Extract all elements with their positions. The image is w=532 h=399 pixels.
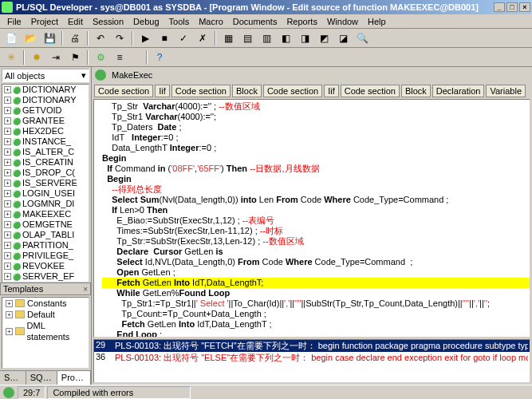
compile-icon[interactable]: ⚙ <box>92 49 109 65</box>
code-line[interactable]: Open GetLen ; <box>102 267 530 278</box>
tree-item[interactable]: +MAKEEXEC <box>2 209 89 219</box>
menu-tools[interactable]: Tools <box>165 16 194 27</box>
save-icon[interactable]: 💾 <box>41 30 58 46</box>
code-line[interactable]: IdT Integer:=0 ; <box>102 132 530 143</box>
code-line[interactable]: Fetch GetLen Into IdT,Data_LengthT; <box>102 278 530 288</box>
minimize-button[interactable]: _ <box>494 2 505 12</box>
code-line[interactable]: Tp_Str:=SubStr(ExecStr,13,Len-12) ; --数值… <box>102 236 530 247</box>
maximize-button[interactable]: □ <box>506 2 518 12</box>
code-line[interactable]: Select Id,NVL(Data_Length,0) From Code W… <box>102 257 530 267</box>
menu-reports[interactable]: Reports <box>282 16 321 27</box>
tree-item[interactable]: +GETVOID <box>2 105 89 116</box>
code-line[interactable]: --得到总长度 <box>102 184 530 195</box>
code-line[interactable]: Select Sum(Nvl(Data_length,0)) into Len … <box>102 195 530 205</box>
close-button[interactable]: × <box>519 2 530 12</box>
section-button[interactable]: Variable <box>486 85 526 97</box>
tree-item[interactable]: +REVOKEE <box>2 261 89 271</box>
find-icon[interactable]: 🔍 <box>353 30 371 46</box>
code-line[interactable]: Tp_Daters Date ; <box>102 122 530 132</box>
menu-help[interactable]: Help <box>364 16 390 27</box>
bookmark-icon[interactable]: ⚑ <box>66 49 84 65</box>
menu-window[interactable]: Window <box>323 16 362 27</box>
code-line[interactable]: If Len>0 Then <box>102 205 530 215</box>
stop-icon[interactable]: ■ <box>156 30 173 46</box>
explain-icon[interactable]: ◧ <box>277 30 294 46</box>
code-line[interactable]: Tp_Count:=Tp_Count+Data_Length ; <box>102 309 530 319</box>
tree-item[interactable]: +SERVER_EF <box>2 271 89 282</box>
error-list[interactable]: 29 PLS-00103: 出现符号 "FETCH"在需要下列之一时： begi… <box>93 339 530 383</box>
tree-item[interactable]: +INSTANCE_ <box>2 136 89 147</box>
new-icon[interactable]: 📄 <box>2 30 20 46</box>
commit-icon[interactable]: ✓ <box>175 30 192 46</box>
tree-item[interactable]: +LOGIN_USEI <box>2 188 89 199</box>
section-button[interactable]: Block <box>232 85 262 97</box>
code-line[interactable]: Tp_Str1 Varchar(4000):=''; <box>102 112 530 122</box>
section-button[interactable]: Code section <box>263 85 322 97</box>
breakpoint-icon[interactable]: ✸ <box>28 49 45 65</box>
window-tab[interactable]: Program Window - Edit so... <box>57 371 91 385</box>
code-line[interactable]: End Loop ; <box>102 330 530 338</box>
tree-item[interactable]: +OEMGETNE <box>2 219 89 230</box>
menu-edit[interactable]: Edit <box>64 16 87 27</box>
tree-item[interactable]: +LOGMNR_DI <box>2 199 89 209</box>
template-item[interactable]: +DML statements <box>2 320 89 342</box>
code-line[interactable]: Tp_Str Varchar(4000):='' ; --数值区域 <box>102 101 530 112</box>
templates-tree[interactable]: +Constants+Default+DML statements <box>2 297 89 369</box>
code-line[interactable]: Data_LengthT Integer:=0 ; <box>102 143 530 153</box>
tree-item[interactable]: +PRIVILEGE_ <box>2 251 89 261</box>
gear-icon[interactable]: ✳ <box>2 49 20 65</box>
menu-file[interactable]: File <box>3 16 26 27</box>
tree-item[interactable]: +PARTITION_ <box>2 240 89 251</box>
tool2-icon[interactable]: ◩ <box>315 30 333 46</box>
code-line[interactable]: Fetch GetLen Into IdT,Data_LengthT ; <box>102 319 530 330</box>
help-icon[interactable]: ? <box>151 49 168 65</box>
tool3-icon[interactable]: ◪ <box>334 30 352 46</box>
code-line[interactable]: E_Biao:=SubStr(ExecStr,1,12) ; --表编号 <box>102 215 530 226</box>
redo-icon[interactable]: ↷ <box>111 30 128 46</box>
tree-item[interactable]: +DICTIONARY <box>2 95 89 105</box>
sql-window-icon[interactable]: ▦ <box>219 30 237 46</box>
code-line[interactable]: While GetLen%Found Loop <box>102 288 530 298</box>
code-line[interactable]: Begin <box>102 153 530 164</box>
tree-item[interactable]: +HEX2DEC <box>2 126 89 136</box>
step-icon[interactable]: ⇥ <box>47 49 65 65</box>
print-icon[interactable]: 🖨 <box>66 30 84 46</box>
report-window-icon[interactable]: ▤ <box>238 30 256 46</box>
menu-macro[interactable]: Macro <box>195 16 227 27</box>
menu-documents[interactable]: Documents <box>229 16 282 27</box>
code-line[interactable]: Declare Cursor GetLen is <box>102 247 530 257</box>
error-row[interactable]: 36PLS-00103: 出现符号 "ELSE"在需要下列之一时： begin … <box>94 352 530 364</box>
section-button[interactable]: Code section <box>171 85 231 97</box>
code-line[interactable]: Begin <box>102 174 530 184</box>
template-item[interactable]: +Default <box>2 309 89 320</box>
menu-session[interactable]: Session <box>89 16 128 27</box>
tree-item[interactable]: +IS_SERVERE <box>2 178 89 188</box>
tool-icon[interactable]: ◨ <box>296 30 313 46</box>
object-tree[interactable]: +DICTIONARY+DICTIONARY+GETVOID+GRANTEE+H… <box>2 84 89 282</box>
code-line[interactable]: Tp_Str1:=Tp_Str1||' Select '||To_Char(Id… <box>102 298 530 309</box>
tree-item[interactable]: +GRANTEE <box>2 116 89 126</box>
tree-item[interactable]: +OLAP_TABLI <box>2 230 89 240</box>
menu-project[interactable]: Project <box>27 16 62 27</box>
code-line[interactable]: Times:=SubStr(ExecStr,Len-11,12) ; --时标 <box>102 226 530 236</box>
tree-item[interactable]: +IS_CREATIN <box>2 157 89 168</box>
object-filter-dropdown[interactable]: All objects <box>2 69 89 82</box>
window-tab[interactable]: SQL Window - makeexec <box>26 371 57 385</box>
section-button[interactable]: Code section <box>94 85 153 97</box>
section-button[interactable]: Iif <box>155 85 170 97</box>
code-line[interactable]: If Command in ('08FF','65FF') Then --日数据… <box>102 164 530 174</box>
rollback-icon[interactable]: ✗ <box>194 30 211 46</box>
tree-item[interactable]: +DICTIONARY <box>2 85 89 95</box>
section-button[interactable]: Declaration <box>432 85 485 97</box>
menu-debug[interactable]: Debug <box>129 16 163 27</box>
code-editor[interactable]: Tp_Str Varchar(4000):='' ; --数值区域 Tp_Str… <box>93 99 530 338</box>
section-button[interactable]: Block <box>401 85 431 97</box>
undo-icon[interactable]: ↶ <box>92 30 109 46</box>
execute-icon[interactable]: ▶ <box>136 30 154 46</box>
section-button[interactable]: Iif <box>324 85 339 97</box>
tree-item[interactable]: +IS_ALTER_C <box>2 147 89 157</box>
window-tab[interactable]: SQL Window - New <box>0 371 26 385</box>
open-icon[interactable]: 📂 <box>22 30 39 46</box>
template-item[interactable]: +Constants <box>2 298 89 309</box>
command-window-icon[interactable]: ▥ <box>258 30 275 46</box>
